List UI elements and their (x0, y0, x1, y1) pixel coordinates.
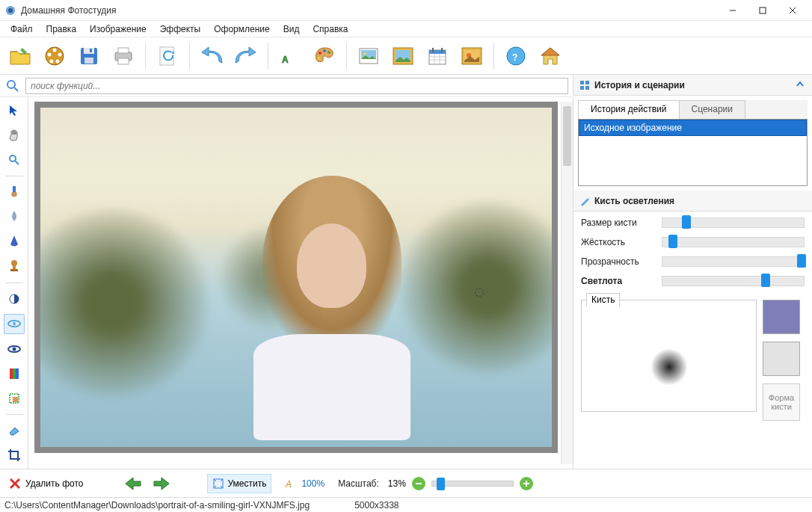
svg-point-52 (11, 260, 17, 266)
zoom-out-button[interactable] (412, 477, 425, 490)
brush-title: Кисть осветления (594, 196, 806, 206)
zoom-slider[interactable] (431, 481, 514, 487)
image-small-icon[interactable] (353, 40, 384, 72)
vertical-scrollbar[interactable] (561, 102, 573, 464)
burn-tool-icon[interactable] (4, 339, 25, 359)
svg-point-7 (53, 48, 57, 52)
text-icon[interactable]: A (274, 40, 306, 72)
eraser-tool-icon[interactable] (4, 421, 25, 441)
zoom-100-button[interactable]: A 100% (285, 478, 325, 489)
svg-rect-62 (16, 368, 19, 379)
image-framed-icon[interactable] (387, 40, 419, 72)
svg-rect-31 (429, 50, 446, 54)
svg-rect-51 (13, 186, 16, 192)
color-swatch-primary[interactable] (763, 300, 800, 334)
history-item-original[interactable]: Исходное изображение (579, 120, 807, 136)
scale-label: Масштаб: (338, 478, 379, 489)
delete-photo-label: Удалить фото (25, 478, 83, 489)
film-reel-icon[interactable] (39, 40, 70, 72)
brush-lightness-label: Светлота (581, 276, 656, 286)
brush-preview: Кисть (581, 300, 757, 412)
color-swatch-secondary[interactable] (763, 342, 800, 376)
crop-tool-icon[interactable] (4, 445, 25, 466)
menu-effects[interactable]: Эффекты (154, 22, 207, 36)
window-title: Домашняя Фотостудия (21, 5, 718, 16)
menu-help[interactable]: Справка (307, 22, 354, 36)
menu-edit[interactable]: Правка (40, 22, 83, 36)
delete-photo-button[interactable]: Удалить фото (4, 475, 87, 493)
history-panel-header: История и сценарии (573, 75, 812, 96)
collapse-arrow-icon[interactable] (796, 80, 806, 90)
svg-point-21 (319, 52, 322, 55)
left-toolstrip (0, 97, 28, 469)
brush-tool-icon[interactable] (4, 182, 25, 203)
contrast-tool-icon[interactable] (4, 289, 25, 309)
menu-image[interactable]: Изображение (84, 22, 153, 36)
fit-button[interactable]: Уместить (207, 474, 271, 493)
redo-icon[interactable] (230, 40, 262, 72)
menu-file[interactable]: Файл (4, 22, 39, 36)
svg-rect-17 (118, 48, 129, 53)
canvas-frame[interactable] (34, 102, 558, 453)
next-photo-button[interactable] (150, 472, 173, 495)
brush-lightness-slider[interactable] (662, 276, 805, 286)
prev-photo-button[interactable] (122, 472, 144, 495)
brush-opacity-slider[interactable] (662, 256, 805, 267)
home-icon[interactable] (535, 40, 566, 72)
svg-point-43 (7, 81, 15, 88)
palette-icon[interactable] (309, 40, 340, 72)
menu-decor[interactable]: Оформление (208, 22, 275, 36)
zoom-in-button[interactable] (520, 477, 533, 490)
help-icon[interactable]: ? (500, 40, 532, 72)
page-refresh-icon[interactable] (152, 40, 183, 72)
text-a-icon: A (285, 478, 295, 489)
drop-sharp-tool-icon[interactable] (4, 232, 25, 252)
undo-icon[interactable] (196, 40, 227, 72)
rgb-tool-icon[interactable] (4, 363, 25, 383)
stamp-tool-icon[interactable] (4, 256, 25, 277)
svg-rect-18 (118, 58, 129, 64)
save-icon[interactable] (73, 40, 105, 72)
svg-point-24 (318, 57, 321, 60)
history-title: История и сценарии (594, 80, 796, 90)
menu-view[interactable]: Вид (277, 22, 306, 36)
history-list[interactable]: Исходное изображение (578, 119, 808, 186)
dodge-tool-icon[interactable] (4, 314, 25, 334)
svg-rect-46 (585, 81, 589, 84)
open-folder-icon[interactable] (4, 40, 36, 72)
search-input[interactable] (25, 78, 568, 94)
statusbar: C:\Users\ContentManager\Downloads\portra… (0, 497, 812, 512)
maximize-button[interactable] (748, 1, 778, 19)
titlebar: Домашняя Фотостудия (0, 0, 812, 21)
svg-rect-45 (580, 81, 584, 84)
bottom-toolbar: Удалить фото Уместить A 100% Масштаб: 13… (0, 469, 812, 497)
calendar-icon[interactable] (422, 40, 453, 72)
fit-label: Уместить (227, 478, 266, 489)
search-icon[interactable] (4, 78, 21, 94)
close-button[interactable] (778, 1, 808, 19)
svg-point-11 (48, 52, 52, 56)
svg-point-27 (363, 52, 366, 55)
brush-preview-label: Кисть (586, 293, 620, 306)
image-sunset-icon[interactable] (456, 40, 487, 72)
brush-size-slider[interactable] (662, 218, 805, 228)
status-path: C:\Users\ContentManager\Downloads\portra… (4, 500, 310, 511)
minimize-button[interactable] (718, 1, 748, 19)
selection-tool-icon[interactable] (4, 388, 25, 408)
image-canvas[interactable] (40, 108, 552, 447)
pointer-tool-icon[interactable] (4, 100, 25, 120)
svg-point-23 (327, 51, 330, 54)
hand-tool-icon[interactable] (4, 125, 25, 145)
tab-scenarios[interactable]: Сценарии (679, 100, 745, 120)
svg-rect-14 (84, 58, 93, 64)
search-row (0, 75, 573, 97)
tab-history[interactable]: История действий (578, 100, 680, 120)
scale-value: 13% (388, 478, 406, 489)
svg-point-9 (56, 59, 60, 63)
print-icon[interactable] (108, 40, 139, 72)
drop-tool-icon[interactable] (4, 207, 25, 227)
brush-shape-button[interactable]: Форма кисти (763, 383, 800, 421)
brush-size-label: Размер кисти (581, 218, 656, 228)
zoom-tool-icon[interactable] (4, 149, 25, 170)
brush-hardness-slider[interactable] (662, 237, 805, 247)
